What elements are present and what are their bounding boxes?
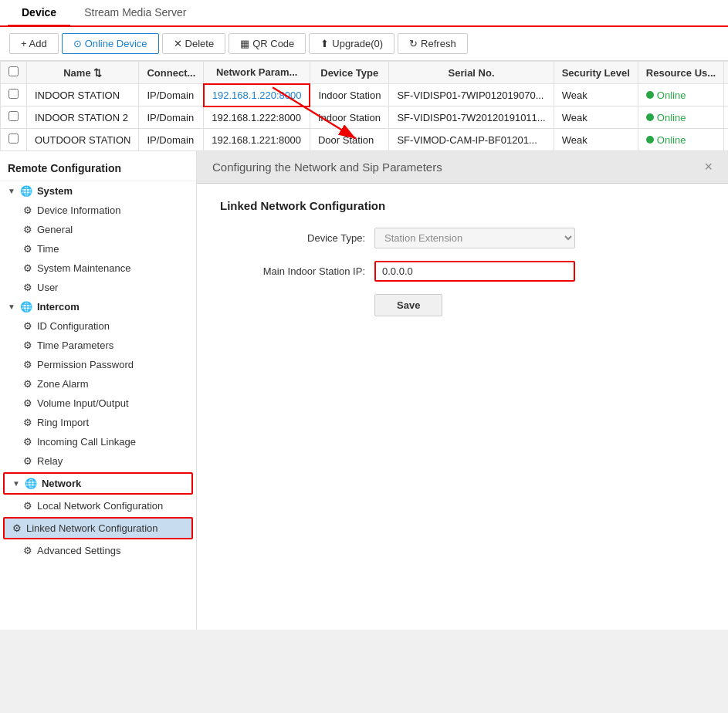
gear-icon: ⚙: [23, 359, 32, 370]
sidebar-item-relay[interactable]: ⚙Relay: [0, 451, 196, 471]
row-name: OUTDOOR STATION: [27, 129, 139, 151]
status-dot: [646, 91, 654, 99]
arrow-down-icon: ▼: [12, 479, 20, 488]
save-button[interactable]: Save: [374, 294, 442, 316]
gear-icon: ⚙: [23, 545, 32, 556]
add-button[interactable]: + Add: [9, 33, 59, 54]
remote-config-title: Remote Configuration: [0, 156, 196, 181]
sidebar: Remote Configuration ▼ 🌐 System ⚙Device …: [0, 151, 197, 630]
refresh-icon: ↻: [409, 38, 418, 49]
sidebar-section-network[interactable]: ▼ 🌐 Network: [5, 474, 191, 493]
status-dot: [646, 136, 654, 144]
row-status: Online: [638, 129, 723, 151]
gear-icon: ⚙: [23, 500, 32, 512]
row-status: Online: [638, 106, 723, 129]
table-header-row: Name ⇅ Connect... Network Param... Devic…: [1, 62, 729, 84]
sidebar-item-ring-import[interactable]: ⚙Ring Import: [0, 413, 196, 432]
tab-device[interactable]: Device: [8, 0, 70, 27]
sidebar-item-user[interactable]: ⚙User: [0, 278, 196, 297]
row-connect: IP/Domain: [139, 106, 204, 129]
main-layout: Remote Configuration ▼ 🌐 System ⚙Device …: [0, 151, 728, 630]
select-all-checkbox[interactable]: [8, 66, 19, 76]
gear-icon: ⚙: [23, 262, 32, 274]
sidebar-item-volume[interactable]: ⚙Volume Input/Output: [0, 394, 196, 413]
row-security: Weak: [554, 106, 638, 129]
main-indoor-input[interactable]: [374, 261, 575, 282]
device-type-label: Device Type:: [220, 232, 374, 244]
sidebar-item-system-maintenance[interactable]: ⚙System Maintenance: [0, 259, 196, 278]
content-area: Configuring the Network and Sip Paramete…: [197, 151, 728, 630]
row-serial: SF-VIDISP01-7W20120191011...: [389, 106, 554, 129]
save-row: Save: [220, 294, 705, 316]
table-row[interactable]: INDOOR STATION IP/Domain 192.168.1.220:8…: [1, 84, 729, 106]
sidebar-section-intercom[interactable]: ▼ 🌐 Intercom: [0, 297, 196, 316]
row-connect: IP/Domain: [139, 129, 204, 151]
section-title: Linked Network Configuration: [220, 199, 705, 212]
row-name: INDOOR STATION: [27, 84, 139, 106]
device-type-control: Station Extension: [374, 228, 575, 248]
row-network: 192.168.1.222:8000: [204, 106, 310, 129]
network-globe-icon: 🌐: [25, 478, 37, 489]
delete-button[interactable]: ✕ Delete: [162, 33, 226, 54]
sidebar-item-device-information[interactable]: ⚙Device Information: [0, 201, 196, 220]
gear-icon: ⚙: [23, 243, 32, 255]
sidebar-section-system[interactable]: ▼ 🌐 System: [0, 181, 196, 201]
qr-code-button[interactable]: ▦ QR Code: [229, 33, 306, 54]
col-connect: Connect...: [139, 62, 204, 84]
sidebar-item-linked-network[interactable]: ⚙ Linked Network Configuration: [5, 519, 191, 538]
row-network: 192.168.1.220:8000: [204, 84, 310, 106]
status-dot: [646, 113, 654, 121]
row-serial: SF-VIMOD-CAM-IP-BF01201...: [389, 129, 554, 151]
sidebar-item-general[interactable]: ⚙General: [0, 220, 196, 239]
gear-icon: ⚙: [12, 522, 22, 534]
col-checkbox: [1, 62, 27, 84]
sidebar-item-incoming-call[interactable]: ⚙Incoming Call Linkage: [0, 432, 196, 451]
intercom-globe-icon: 🌐: [20, 301, 32, 313]
row-device-type: Indoor Station: [310, 84, 388, 106]
gear-icon: ⚙: [23, 340, 32, 351]
col-device-type: Device Type: [310, 62, 388, 84]
monitor-icon: ⊙: [73, 38, 82, 49]
row-firmware: No avai: [724, 106, 728, 129]
device-type-select[interactable]: Station Extension: [374, 228, 575, 248]
tab-stream-media[interactable]: Stream Media Server: [70, 0, 200, 27]
close-button[interactable]: ×: [704, 159, 713, 175]
system-globe-icon: 🌐: [20, 185, 32, 197]
gear-icon: ⚙: [23, 397, 32, 409]
sidebar-item-advanced-settings[interactable]: ⚙Advanced Settings: [0, 541, 196, 560]
gear-icon: ⚙: [23, 320, 32, 332]
refresh-button[interactable]: ↻ Refresh: [398, 33, 468, 54]
device-table: Name ⇅ Connect... Network Param... Devic…: [0, 61, 728, 151]
col-name: Name ⇅: [27, 62, 139, 84]
upload-icon: ⬆: [320, 38, 329, 49]
sidebar-item-time-params[interactable]: ⚙Time Parameters: [0, 336, 196, 355]
sidebar-item-permission-password[interactable]: ⚙Permission Password: [0, 355, 196, 374]
upgrade-button[interactable]: ⬆ Upgrade(0): [309, 33, 394, 54]
sidebar-item-id-config[interactable]: ⚙ID Configuration: [0, 316, 196, 336]
col-resource: Resource Us...: [638, 62, 723, 84]
row-security: Weak: [554, 84, 638, 106]
gear-icon: ⚙: [23, 436, 32, 448]
row-checkbox: [1, 129, 27, 151]
form-row-device-type: Device Type: Station Extension: [220, 228, 705, 248]
row-security: Weak: [554, 129, 638, 151]
gear-icon: ⚙: [23, 224, 32, 235]
col-security: Security Level: [554, 62, 638, 84]
row-checkbox: [1, 106, 27, 129]
sidebar-item-local-network[interactable]: ⚙Local Network Configuration: [0, 496, 196, 515]
table-row[interactable]: INDOOR STATION 2 IP/Domain 192.168.1.222…: [1, 106, 729, 129]
linked-network-highlight: ⚙ Linked Network Configuration: [3, 517, 193, 539]
delete-icon: ✕: [174, 38, 182, 49]
row-checkbox: [1, 84, 27, 106]
network-section-highlight: ▼ 🌐 Network: [3, 472, 193, 495]
table-row[interactable]: OUTDOOR STATION IP/Domain 192.168.1.221:…: [1, 129, 729, 151]
gear-icon: ⚙: [23, 204, 32, 216]
main-indoor-label: Main Indoor Station IP:: [220, 265, 374, 277]
sidebar-item-zone-alarm[interactable]: ⚙Zone Alarm: [0, 374, 196, 394]
gear-icon: ⚙: [23, 282, 32, 293]
sidebar-item-time[interactable]: ⚙Time: [0, 239, 196, 259]
gear-icon: ⚙: [23, 378, 32, 390]
row-status: Online: [638, 84, 723, 106]
online-device-button[interactable]: ⊙ Online Device: [62, 33, 159, 54]
row-device-type: Indoor Station: [310, 106, 388, 129]
